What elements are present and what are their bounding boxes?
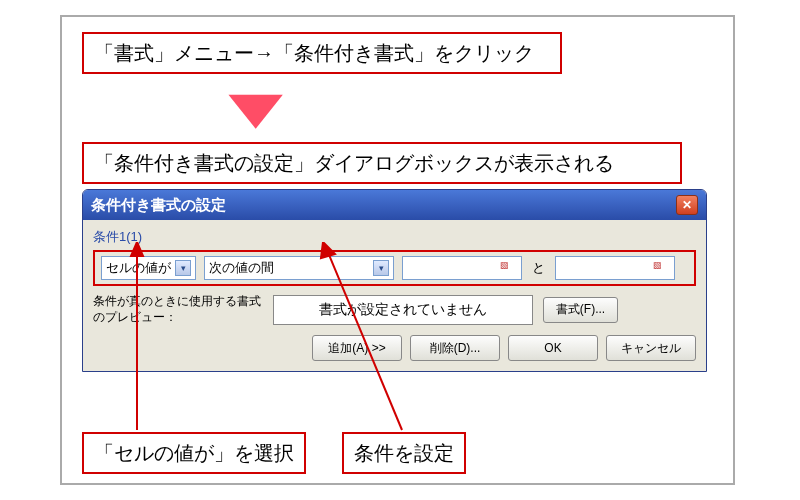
arrow-down-icon: ▼ <box>210 79 302 137</box>
remove-button-label: 削除(D)... <box>430 340 481 357</box>
callout-select-value: 「セルの値が」を選択 <box>82 432 306 474</box>
close-icon: ✕ <box>682 198 692 212</box>
close-button[interactable]: ✕ <box>676 195 698 215</box>
callout-set-condition: 条件を設定 <box>342 432 466 474</box>
condition-operator-value: 次の値の間 <box>209 259 274 277</box>
callout-step1: 「書式」メニュー→「条件付き書式」をクリック <box>82 32 562 74</box>
instruction-frame: 「書式」メニュー→「条件付き書式」をクリック ▼ 「条件付き書式の設定」ダイアロ… <box>60 15 735 485</box>
svg-line-2 <box>327 250 402 430</box>
chevron-down-icon: ▾ <box>175 260 191 276</box>
callout-select-value-text: 「セルの値が」を選択 <box>94 442 294 464</box>
callout-step2-text: 「条件付き書式の設定」ダイアログボックスが表示される <box>94 152 614 174</box>
cancel-button[interactable]: キャンセル <box>606 335 696 361</box>
pointer-arrow-2 <box>317 242 417 437</box>
remove-button[interactable]: 削除(D)... <box>410 335 500 361</box>
callout-step2: 「条件付き書式の設定」ダイアログボックスが表示される <box>82 142 682 184</box>
value2-input[interactable]: ▧ <box>555 256 675 280</box>
callout-set-condition-text: 条件を設定 <box>354 442 454 464</box>
svg-marker-1 <box>131 242 143 256</box>
format-button-label: 書式(F)... <box>556 301 605 318</box>
value1-input[interactable]: ▧ <box>402 256 522 280</box>
cancel-button-label: キャンセル <box>621 340 681 357</box>
ok-button[interactable]: OK <box>508 335 598 361</box>
range-picker-icon[interactable]: ▧ <box>653 260 671 276</box>
ok-button-label: OK <box>544 341 561 355</box>
between-word: と <box>530 259 547 277</box>
range-picker-icon[interactable]: ▧ <box>500 260 518 276</box>
dialog-titlebar: 条件付き書式の設定 ✕ <box>83 190 706 220</box>
callout-step1-text: 「書式」メニュー→「条件付き書式」をクリック <box>94 42 534 64</box>
svg-marker-3 <box>321 242 335 258</box>
pointer-arrow-1 <box>117 242 177 437</box>
dialog-title: 条件付き書式の設定 <box>91 196 226 215</box>
format-button[interactable]: 書式(F)... <box>543 297 618 323</box>
